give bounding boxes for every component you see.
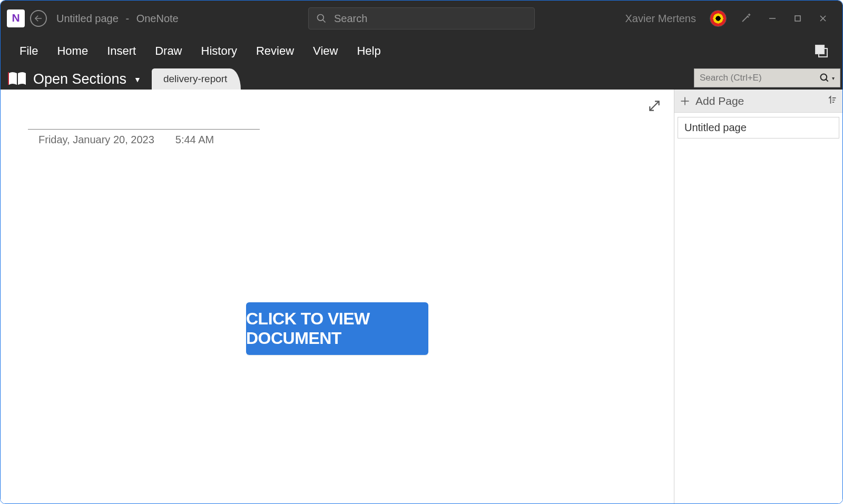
app-letter: N [12, 12, 19, 24]
close-button[interactable] [817, 13, 829, 24]
search-icon [316, 13, 327, 24]
global-search[interactable]: Search [308, 7, 535, 29]
page-datestamp: Friday, January 20, 2023 5:44 AM [28, 130, 260, 146]
menu-draw[interactable]: Draw [145, 41, 191, 61]
svg-point-1 [318, 15, 324, 21]
view-document-button[interactable]: CLICK TO VIEW DOCUMENT [246, 302, 428, 355]
svg-point-8 [821, 74, 827, 81]
app-icon: N [7, 9, 25, 27]
username-label: Xavier Mertens [625, 13, 697, 25]
menu-insert[interactable]: Insert [97, 41, 145, 61]
back-button[interactable] [30, 10, 47, 27]
menu-help[interactable]: Help [347, 41, 390, 61]
page-date: Friday, January 20, 2023 [38, 134, 154, 146]
svg-rect-7 [8, 72, 9, 85]
arrow-left-icon [34, 14, 43, 23]
dock-window-button[interactable] [815, 45, 828, 57]
page-time: 5:44 AM [175, 134, 214, 146]
search-icon [819, 73, 830, 83]
page-search-button[interactable]: ▾ [819, 73, 835, 83]
chevron-down-icon: ▾ [832, 75, 835, 81]
workspace: Friday, January 20, 2023 5:44 AM CLICK T… [1, 90, 842, 503]
menu-view[interactable]: View [303, 41, 347, 61]
maximize-button[interactable] [792, 13, 803, 24]
doc-title: Untitled page [56, 13, 119, 24]
window-title: Untitled page - OneNote [56, 13, 179, 25]
minimize-button[interactable] [767, 13, 778, 24]
page-list-item[interactable]: Untitled page [678, 117, 839, 139]
chevron-down-icon: ▼ [134, 75, 141, 84]
page-canvas[interactable]: Friday, January 20, 2023 5:44 AM CLICK T… [1, 90, 674, 503]
notebook-icon [8, 71, 27, 86]
notebook-bar: Open Sections ▼ delivery-report ▾ [1, 65, 842, 90]
svg-line-2 [323, 20, 326, 23]
page-title-area[interactable]: Friday, January 20, 2023 5:44 AM [28, 117, 260, 146]
menu-history[interactable]: History [192, 41, 247, 61]
page-panel: Add Page Untitled page [674, 90, 842, 503]
title-separator: - [125, 13, 129, 24]
sort-pages-button[interactable] [827, 95, 837, 107]
page-search[interactable]: ▾ [694, 68, 840, 87]
full-page-view-button[interactable] [648, 99, 661, 113]
titlebar-right: Xavier Mertens [625, 10, 839, 27]
search-placeholder: Search [334, 13, 367, 25]
menu-home[interactable]: Home [47, 41, 97, 61]
open-sections-dropdown[interactable]: Open Sections ▼ [33, 71, 141, 87]
plus-icon [680, 96, 690, 106]
page-search-input[interactable] [700, 73, 800, 83]
page-title-underline [28, 117, 260, 130]
pen-icon[interactable] [740, 11, 753, 26]
sort-icon [827, 95, 837, 105]
menu-review[interactable]: Review [247, 41, 303, 61]
avatar[interactable] [710, 10, 727, 27]
titlebar: N Untitled page - OneNote Search Xavier … [1, 1, 842, 36]
app-name: OneNote [136, 13, 179, 24]
add-page-button[interactable]: Add Page [680, 95, 744, 107]
app-window: N Untitled page - OneNote Search Xavier … [0, 0, 843, 504]
svg-line-10 [650, 101, 659, 110]
section-tab[interactable]: delivery-report [152, 68, 241, 90]
menu-file[interactable]: File [10, 41, 47, 61]
open-sections-label: Open Sections [33, 71, 126, 87]
add-page-label: Add Page [695, 95, 744, 107]
svg-line-9 [826, 80, 828, 82]
menubar: File Home Insert Draw History Review Vie… [1, 36, 842, 65]
page-list: Untitled page [674, 113, 842, 503]
page-panel-header: Add Page [674, 90, 842, 113]
svg-rect-4 [795, 16, 800, 21]
